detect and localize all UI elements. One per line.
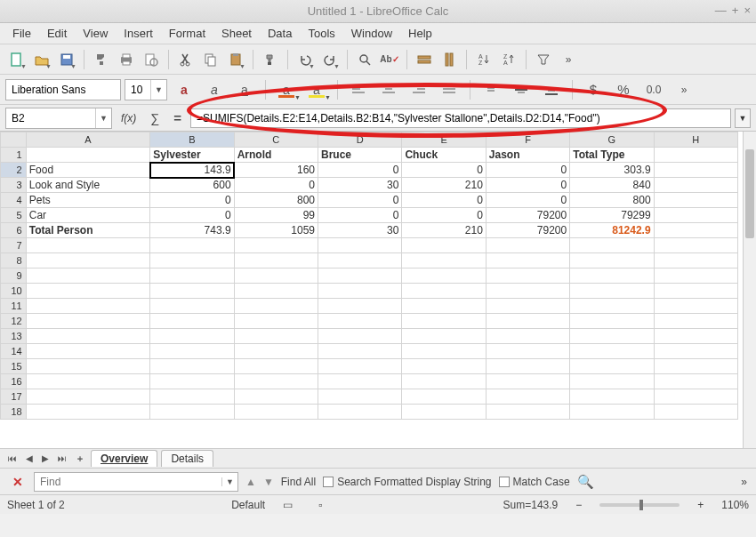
cell-G3[interactable]: 840 [570,178,654,193]
cell-D5[interactable]: 0 [318,208,402,223]
cell-F14[interactable] [486,344,569,359]
new-button[interactable]: ▼ [5,48,28,71]
font-size-input[interactable] [125,80,150,100]
cell-D8[interactable] [318,253,402,268]
cell-B14[interactable] [150,344,234,359]
row-header[interactable]: 15 [1,359,27,374]
row-header[interactable]: 1 [1,148,27,163]
cell-G5[interactable]: 79299 [570,208,654,223]
cell-B7[interactable] [150,238,234,253]
cell-B13[interactable] [150,329,234,344]
cell-E15[interactable] [402,359,486,374]
cell-A3[interactable]: Look and Style [26,178,150,193]
align-right-button[interactable] [406,78,432,101]
cell-B18[interactable] [150,405,234,420]
cell-B12[interactable] [150,314,234,329]
column-headers[interactable]: A B C D E F G H [1,132,738,148]
menu-file[interactable]: File [5,24,38,43]
cell-H11[interactable] [654,299,737,314]
find-all-button[interactable]: Find All [281,476,316,488]
cell-D12[interactable] [318,314,402,329]
cell-A5[interactable]: Car [26,208,150,223]
dropdown-icon[interactable]: ▼ [95,108,111,128]
cell-E4[interactable]: 0 [402,193,486,208]
percent-button[interactable]: % [610,78,637,101]
more-button[interactable]: » [557,48,580,71]
cell-C4[interactable]: 800 [234,193,318,208]
cell-B8[interactable] [150,253,234,268]
cell-A1[interactable] [26,148,150,163]
cell-H5[interactable] [654,208,737,223]
cell-C18[interactable] [234,405,318,420]
cell-C17[interactable] [234,389,318,405]
tab-last-button[interactable]: ⏭ [55,453,69,463]
cell-C1[interactable]: Arnold [234,148,318,163]
cell-D14[interactable] [318,344,402,359]
find-combo[interactable]: ▼ [34,472,238,492]
menu-help[interactable]: Help [401,24,439,43]
spellcheck-button[interactable]: Ab✓ [378,48,401,71]
cell-G4[interactable]: 800 [570,193,654,208]
cell-D11[interactable] [318,299,402,314]
zoom-value[interactable]: 110% [721,499,749,511]
row-header[interactable]: 18 [1,405,27,420]
font-size-combo[interactable]: ▼ [125,79,167,100]
cell-D10[interactable] [318,284,402,299]
cell-E7[interactable] [402,238,486,253]
cell-F1[interactable]: Jason [486,148,569,163]
cell-G11[interactable] [570,299,654,314]
cell-G10[interactable] [570,284,654,299]
cell-H13[interactable] [654,329,737,344]
print-preview-button[interactable] [140,48,163,71]
cell-D4[interactable]: 0 [318,193,402,208]
minimize-button[interactable]: — [715,4,727,17]
status-selection-mode[interactable]: ▫ [318,499,336,511]
cell-G6[interactable]: 81242.9 [570,223,654,238]
cell-A11[interactable] [26,299,150,314]
row-header[interactable]: 10 [1,284,27,299]
row-header[interactable]: 3 [1,178,27,193]
cell-H14[interactable] [654,344,737,359]
zoom-in-button[interactable]: + [697,499,704,511]
cell-D15[interactable] [318,359,402,374]
row-header[interactable]: 5 [1,208,27,223]
row-header[interactable]: 9 [1,268,27,284]
cell-F3[interactable]: 0 [486,178,569,193]
row-header[interactable]: 6 [1,223,27,238]
cell-G7[interactable] [570,238,654,253]
cell-H3[interactable] [654,178,737,193]
col-header-H[interactable]: H [654,132,737,148]
cell-A6[interactable]: Total Person [26,223,150,238]
align-left-button[interactable] [345,78,372,101]
row-header[interactable]: 8 [1,253,27,268]
zoom-slider[interactable] [599,503,680,507]
cell-D9[interactable] [318,268,402,284]
cell-E5[interactable]: 0 [402,208,486,223]
cell-F18[interactable] [486,405,569,420]
cell-H17[interactable] [654,389,737,405]
cell-H18[interactable] [654,405,737,420]
cell-D17[interactable] [318,389,402,405]
redo-button[interactable]: ▼ [318,48,342,71]
cell-E2[interactable]: 0 [402,163,486,178]
cell-H9[interactable] [654,268,737,284]
font-color-button[interactable]: a▼ [273,78,300,101]
cell-A13[interactable] [26,329,150,344]
cut-button[interactable] [174,48,197,71]
cell-E8[interactable] [402,253,486,268]
cell-C6[interactable]: 1059 [234,223,318,238]
open-button[interactable]: ▼ [30,48,53,71]
col-header-B[interactable]: B [150,132,234,148]
cell-G15[interactable] [570,359,654,374]
cell-E6[interactable]: 210 [402,223,486,238]
cell-A17[interactable] [26,389,150,405]
cell-B2[interactable]: 143.9 [150,163,234,178]
cell-G2[interactable]: 303.9 [570,163,654,178]
row-header[interactable]: 7 [1,238,27,253]
cell-B9[interactable] [150,268,234,284]
cell-B10[interactable] [150,284,234,299]
align-middle-button[interactable] [508,78,535,101]
number-format-button[interactable]: 0.0 [640,78,667,101]
cell-C9[interactable] [234,268,318,284]
cell-F9[interactable] [486,268,569,284]
